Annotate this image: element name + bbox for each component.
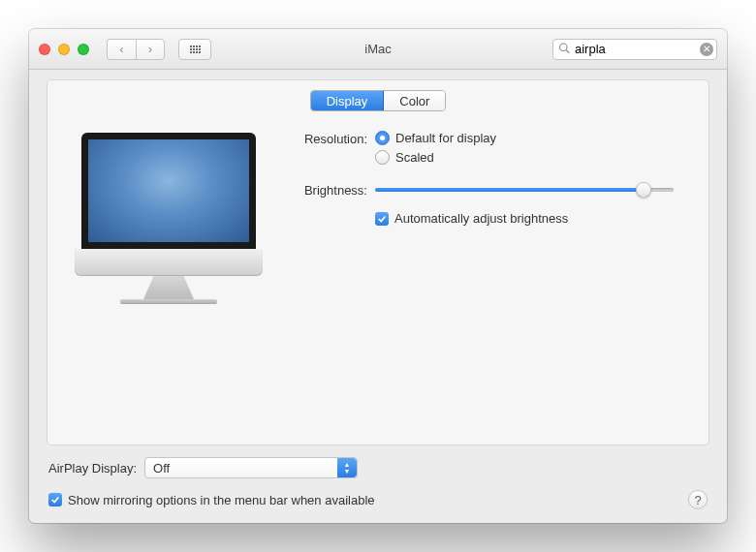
airplay-row: AirPlay Display: Off ▲▼ xyxy=(48,457,708,478)
resolution-default-option[interactable]: Default for display xyxy=(375,131,496,145)
help-icon: ? xyxy=(694,493,701,507)
radio-unchecked-icon xyxy=(375,150,390,165)
checkbox-checked-icon xyxy=(48,493,62,506)
show-all-button[interactable] xyxy=(178,39,211,60)
grid-icon xyxy=(190,46,201,53)
settings-column: Resolution: Default for display Scaled xyxy=(290,129,679,425)
airplay-select[interactable]: Off ▲▼ xyxy=(144,457,358,478)
minimize-button[interactable] xyxy=(58,44,70,55)
radio-checked-icon xyxy=(375,131,390,145)
chevron-left-icon: ‹ xyxy=(120,43,124,56)
resolution-label: Resolution: xyxy=(290,131,367,146)
back-button[interactable]: ‹ xyxy=(107,39,136,60)
mirroring-label: Show mirroring options in the menu bar w… xyxy=(68,493,375,507)
resolution-default-label: Default for display xyxy=(395,131,496,145)
brightness-row: Brightness: xyxy=(290,182,679,198)
imac-screen xyxy=(81,133,256,249)
forward-button[interactable]: › xyxy=(136,39,165,60)
airplay-value: Off xyxy=(153,461,170,475)
auto-brightness-label: Automatically adjust brightness xyxy=(394,211,568,226)
help-button[interactable]: ? xyxy=(688,490,708,509)
mirroring-row: Show mirroring options in the menu bar w… xyxy=(48,490,708,509)
brightness-slider[interactable] xyxy=(375,182,674,198)
chevron-right-icon: › xyxy=(148,43,152,56)
slider-track xyxy=(375,188,674,192)
slider-thumb[interactable] xyxy=(636,182,651,198)
checkbox-checked-icon xyxy=(375,212,389,226)
titlebar: ‹ › iMac ✕ xyxy=(29,29,727,70)
close-button[interactable] xyxy=(39,44,50,55)
tab-color[interactable]: Color xyxy=(384,91,445,110)
search-wrap: ✕ xyxy=(552,39,717,60)
main-row: Resolution: Default for display Scaled xyxy=(47,111,709,445)
auto-brightness-option[interactable]: Automatically adjust brightness xyxy=(375,211,679,226)
segmented-control: Display Color xyxy=(310,90,447,111)
window-controls xyxy=(39,44,89,55)
imac-foot xyxy=(120,299,217,304)
resolution-radio-group: Default for display Scaled xyxy=(375,131,496,165)
nav-buttons: ‹ › xyxy=(107,39,165,60)
tabs: Display Color xyxy=(47,80,709,111)
zoom-button[interactable] xyxy=(78,44,89,55)
close-icon: ✕ xyxy=(703,45,710,54)
main-panel: Display Color Resolution: xyxy=(47,79,709,445)
svg-line-1 xyxy=(566,49,569,52)
airplay-label: AirPlay Display: xyxy=(48,461,137,475)
select-arrows-icon: ▲▼ xyxy=(337,458,357,477)
content: Display Color Resolution: xyxy=(29,70,727,523)
bottom-area: AirPlay Display: Off ▲▼ Show mirroring o… xyxy=(47,445,709,509)
slider-fill xyxy=(375,188,644,192)
display-preferences-window: ‹ › iMac ✕ xyxy=(29,29,727,523)
imac-chin xyxy=(75,249,263,276)
tab-display[interactable]: Display xyxy=(311,91,385,110)
search-input[interactable] xyxy=(552,39,717,60)
imac-stand xyxy=(143,276,194,299)
svg-point-0 xyxy=(560,44,568,51)
resolution-scaled-option[interactable]: Scaled xyxy=(375,150,496,165)
resolution-scaled-label: Scaled xyxy=(395,150,434,165)
brightness-label: Brightness: xyxy=(290,182,367,198)
mirroring-option[interactable]: Show mirroring options in the menu bar w… xyxy=(48,493,375,507)
search-icon xyxy=(558,42,570,56)
resolution-row: Resolution: Default for display Scaled xyxy=(290,131,679,165)
imac-illustration xyxy=(77,133,261,425)
clear-search-button[interactable]: ✕ xyxy=(700,43,713,56)
